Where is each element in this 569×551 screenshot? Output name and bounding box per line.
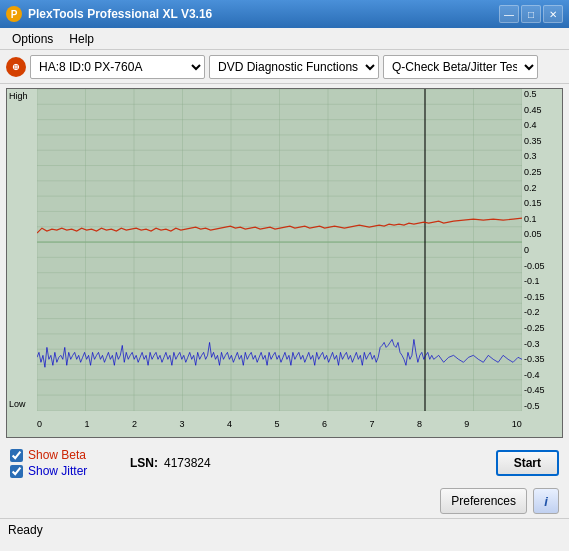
function-select[interactable]: DVD Diagnostic Functions (209, 55, 379, 79)
info-button[interactable]: i (533, 488, 559, 514)
drive-icon: ⊕ (6, 57, 26, 77)
status-text: Ready (8, 523, 43, 537)
maximize-button[interactable]: □ (521, 5, 541, 23)
lsn-section: LSN: 4173824 (120, 456, 486, 470)
x-axis: 0 1 2 3 4 5 6 7 8 9 10 (37, 411, 522, 437)
preferences-row: Preferences i (0, 484, 569, 518)
status-bar: Ready (0, 518, 569, 540)
show-jitter-row: Show Jitter (10, 464, 110, 478)
menu-help[interactable]: Help (61, 30, 102, 48)
button-section: Start (496, 450, 559, 476)
checkboxes: Show Beta Show Jitter (10, 448, 110, 478)
menu-options[interactable]: Options (4, 30, 61, 48)
chart-svg (37, 89, 522, 411)
bottom-panel: Show Beta Show Jitter LSN: 4173824 Start (0, 442, 569, 484)
test-select[interactable]: Q-Check Beta/Jitter Test (383, 55, 538, 79)
start-button[interactable]: Start (496, 450, 559, 476)
show-jitter-label: Show Jitter (28, 464, 87, 478)
show-beta-checkbox[interactable] (10, 449, 23, 462)
toolbar: ⊕ HA:8 ID:0 PX-760A DVD Diagnostic Funct… (0, 50, 569, 84)
app-icon: P (6, 6, 22, 22)
chart-plot-area (37, 89, 522, 411)
y-axis-right: 0.5 0.45 0.4 0.35 0.3 0.25 0.2 0.15 0.1 … (522, 89, 562, 411)
menu-bar: Options Help (0, 28, 569, 50)
chart-low-label: Low (9, 399, 26, 409)
show-jitter-checkbox[interactable] (10, 465, 23, 478)
close-button[interactable]: ✕ (543, 5, 563, 23)
drive-select[interactable]: HA:8 ID:0 PX-760A (30, 55, 205, 79)
chart-container: High Low 0.5 0.45 0.4 0.35 0.3 0.25 0.2 … (6, 88, 563, 438)
minimize-button[interactable]: — (499, 5, 519, 23)
preferences-button[interactable]: Preferences (440, 488, 527, 514)
window-controls: — □ ✕ (499, 5, 563, 23)
window-title: PlexTools Professional XL V3.16 (28, 7, 212, 21)
show-beta-label: Show Beta (28, 448, 86, 462)
show-beta-row: Show Beta (10, 448, 110, 462)
chart-high-label: High (9, 91, 28, 101)
lsn-label: LSN: (130, 456, 158, 470)
lsn-value: 4173824 (164, 456, 211, 470)
title-bar: P PlexTools Professional XL V3.16 — □ ✕ (0, 0, 569, 28)
